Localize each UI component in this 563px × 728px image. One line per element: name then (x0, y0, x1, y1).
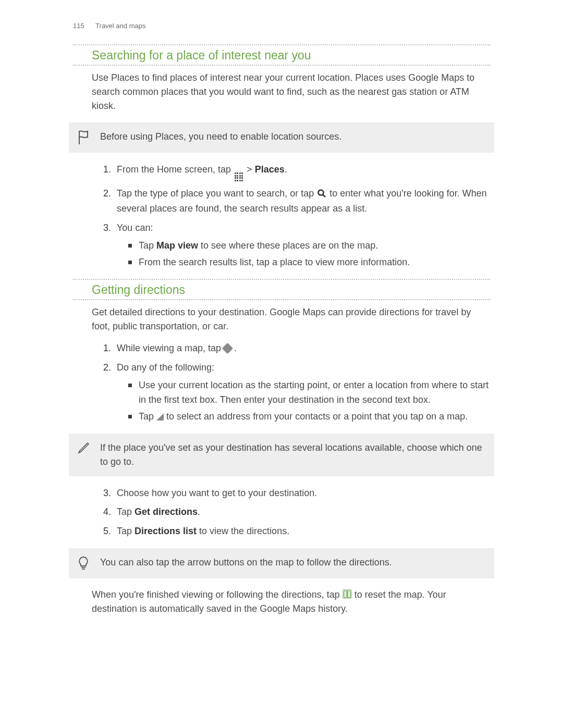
step-3: You can: Tap Map view to see where these… (114, 220, 490, 270)
step-2: Tap the type of place you want to search… (114, 186, 490, 216)
callout-text: Before using Places, you need to enable … (100, 130, 341, 144)
callout-text: If the place you've set as your destinat… (100, 441, 485, 469)
bullet-text: Tap (139, 240, 156, 251)
sub-list: Use your current location as the startin… (117, 378, 490, 424)
section-title-directions: Getting directions (92, 283, 490, 297)
callout-enable-location: Before using Places, you need to enable … (69, 122, 494, 153)
step-text: You can: (117, 223, 153, 233)
step-1: From the Home screen, tap > Places. (114, 162, 490, 182)
divider (73, 44, 490, 45)
section2-steps-a: While viewing a map, tap . Do any of the… (92, 341, 490, 424)
bullet: Tap to select an address from your conta… (128, 410, 490, 424)
page-number: 115 (73, 22, 84, 30)
svg-line-2 (323, 195, 326, 198)
callout-tip-arrows: You can also tap the arrow buttons on th… (69, 548, 494, 578)
bold-places: Places (255, 164, 285, 175)
step-3: Choose how you want to get to your desti… (114, 486, 490, 501)
bold-getdirections: Get directions (134, 507, 198, 517)
section2-steps-b: Choose how you want to get to your desti… (92, 486, 490, 539)
svg-point-1 (319, 190, 324, 195)
divider (73, 65, 490, 66)
step-text: From the Home screen, tap (117, 164, 234, 175)
search-icon (316, 188, 327, 199)
bold-directionslist: Directions list (134, 526, 197, 536)
page: 115 Travel and maps Searching for a plac… (0, 0, 563, 728)
bullet: Tap Map view to see where these places a… (128, 239, 490, 253)
step-text: Tap (117, 526, 134, 536)
lightbulb-icon (75, 556, 92, 571)
section1-steps: From the Home screen, tap > Places. Tap … (92, 162, 490, 269)
directions-diamond-icon (222, 343, 233, 354)
step-text: . (198, 507, 200, 517)
step-text: Tap the type of place you want to search… (117, 188, 316, 199)
chapter-name: Travel and maps (95, 22, 145, 30)
step-text: Choose how you want to get to your desti… (117, 488, 317, 498)
bold-mapview: Map view (156, 240, 198, 251)
apps-grid-icon (234, 171, 244, 182)
divider (73, 299, 490, 300)
bullet: From the search results list, tap a plac… (128, 255, 490, 270)
bullet-text: to select an address from your contacts … (166, 411, 468, 422)
running-header: 115 Travel and maps (73, 22, 490, 30)
bullet-text: Tap (139, 411, 156, 422)
bullet-text: Use your current location as the startin… (139, 380, 488, 405)
step-text: > (247, 164, 255, 175)
step-text: While viewing a map, tap (117, 343, 224, 353)
reset-map-icon (342, 589, 352, 599)
divider (73, 279, 490, 280)
step-5: Tap Directions list to view the directio… (114, 524, 490, 539)
step-text: to view the directions. (197, 526, 289, 536)
section1-intro: Use Places to find places of interest ne… (92, 71, 490, 113)
bullet: Use your current location as the startin… (128, 378, 490, 408)
callout-text: You can also tap the arrow buttons on th… (100, 556, 392, 570)
step-text: Tap (117, 507, 134, 517)
step-1: While viewing a map, tap . (114, 341, 490, 356)
closing-paragraph: When you're finished viewing or followin… (92, 588, 490, 616)
step-2: Do any of the following: Use your curren… (114, 360, 490, 424)
flag-icon (75, 130, 92, 145)
section-title-places: Searching for a place of interest near y… (92, 48, 490, 63)
bullet-text: From the search results list, tap a plac… (139, 257, 410, 267)
callout-choose-location: If the place you've set as your destinat… (69, 434, 494, 476)
step-text: . (285, 164, 287, 175)
closing-text: When you're finished viewing or followin… (92, 589, 342, 600)
step-text: . (234, 343, 237, 353)
section2-intro: Get detailed directions to your destinat… (92, 305, 490, 334)
contacts-triangle-icon (156, 413, 164, 421)
step-text: Do any of the following: (117, 362, 214, 373)
sub-list: Tap Map view to see where these places a… (117, 239, 490, 270)
step-4: Tap Get directions. (114, 504, 490, 520)
pencil-icon (75, 441, 92, 455)
bullet-text: to see where these places are on the map… (201, 240, 378, 251)
